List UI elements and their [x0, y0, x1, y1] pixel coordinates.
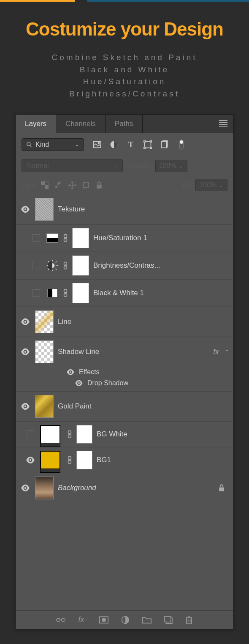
layer-brightness-contrast[interactable]: Brightness/Contras...	[16, 252, 233, 280]
headline: Costumize your Design	[0, 19, 249, 40]
fill-thumbnail[interactable]	[40, 451, 60, 469]
fx-icon[interactable]: fx˅	[78, 615, 86, 624]
visibility-toggle[interactable]	[20, 348, 31, 355]
svg-point-51	[30, 459, 31, 461]
layer-name[interactable]: Background	[58, 484, 96, 492]
svg-rect-14	[41, 181, 45, 185]
drop-shadow-label: Drop Shadow	[87, 379, 128, 387]
visibility-toggle[interactable]	[25, 430, 36, 438]
blend-mode-dropdown[interactable]: Normal ⌄	[22, 159, 123, 172]
layer-hue-saturation[interactable]: Hue/Saturation 1	[16, 225, 233, 252]
effects-label: Effects	[79, 368, 100, 376]
visibility-toggle[interactable]	[20, 318, 31, 325]
layer-name[interactable]: Teksture	[58, 205, 85, 214]
layer-teksture[interactable]: Teksture	[16, 195, 233, 225]
fx-indicator[interactable]: fx	[213, 348, 219, 356]
filter-smart-icon[interactable]	[160, 140, 169, 149]
lock-transparent-icon[interactable]	[41, 181, 49, 189]
lock-brush-icon[interactable]	[54, 181, 62, 189]
adjustment-icon[interactable]	[121, 616, 130, 624]
layer-thumbnail[interactable]	[35, 198, 54, 221]
link-icon[interactable]	[63, 261, 68, 270]
fill-input[interactable]: 100%⌄	[195, 179, 227, 191]
tab-channels[interactable]: Channels	[56, 115, 106, 133]
blend-mode-label: Normal	[27, 162, 49, 170]
link-icon[interactable]	[67, 430, 72, 438]
layer-name[interactable]: Shadow Line	[58, 348, 99, 356]
layer-mask[interactable]	[76, 451, 92, 469]
visibility-toggle[interactable]	[75, 380, 83, 386]
layer-thumbnail[interactable]	[35, 477, 54, 499]
layer-name[interactable]: Black & White 1	[93, 289, 144, 297]
filter-shape-icon[interactable]	[143, 140, 152, 149]
svg-line-35	[48, 269, 49, 270]
tab-layers[interactable]: Layers	[16, 115, 56, 133]
lock-label: Lock:	[22, 181, 38, 189]
layer-mask[interactable]	[72, 255, 89, 276]
new-layer-icon[interactable]	[164, 616, 173, 624]
svg-point-43	[24, 321, 26, 323]
layer-name[interactable]: Brightness/Contras...	[93, 261, 160, 270]
visibility-toggle[interactable]	[31, 262, 42, 269]
layer-line[interactable]: Line	[16, 307, 233, 337]
visibility-toggle[interactable]	[66, 369, 75, 375]
link-layers-icon[interactable]	[56, 617, 65, 623]
layer-mask[interactable]	[72, 283, 89, 303]
layer-background[interactable]: Background	[16, 473, 233, 503]
svg-point-24	[24, 208, 26, 210]
delete-icon[interactable]	[185, 616, 193, 624]
opacity-label: Opacity:	[128, 162, 153, 170]
subheadline: Combine Sketch and Paint Black and White…	[0, 52, 249, 100]
visibility-toggle[interactable]	[25, 457, 36, 463]
lock-all-icon[interactable]	[96, 181, 103, 189]
chevron-down-icon: ⌄	[113, 163, 117, 169]
layer-name[interactable]: BG White	[97, 430, 127, 438]
chevron-down-icon: ⌄	[75, 142, 79, 148]
filter-kind-label: Kind	[35, 141, 49, 148]
filter-type-icon[interactable]: T	[126, 140, 135, 149]
visibility-toggle[interactable]	[31, 234, 42, 242]
svg-rect-63	[165, 616, 171, 622]
link-icon[interactable]	[63, 234, 68, 242]
visibility-toggle[interactable]	[20, 485, 31, 491]
fill-thumbnail[interactable]	[40, 425, 60, 444]
layer-mask[interactable]	[72, 228, 89, 248]
link-icon[interactable]	[63, 289, 68, 297]
filter-pixel-icon[interactable]	[92, 140, 102, 149]
layer-bg-white[interactable]: BG White	[16, 422, 233, 447]
filter-adjustment-icon[interactable]	[109, 140, 119, 149]
opacity-input[interactable]: 100%⌄	[155, 160, 187, 172]
layer-black-white[interactable]: Black & White 1	[16, 280, 233, 307]
layer-thumbnail[interactable]	[35, 310, 54, 333]
lock-artboard-icon[interactable]	[82, 181, 90, 189]
link-icon[interactable]	[67, 456, 72, 464]
visibility-toggle[interactable]	[20, 403, 31, 410]
layer-shadow-line[interactable]: Shadow Line fx ⌃	[16, 337, 233, 367]
filter-row: Kind ⌄ T	[16, 133, 233, 156]
mask-icon[interactable]	[99, 616, 108, 624]
filter-kind-dropdown[interactable]: Kind ⌄	[22, 138, 84, 151]
layer-bg1[interactable]: BG1	[16, 447, 233, 473]
blend-mode-row: Normal ⌄ Opacity: 100%⌄	[16, 156, 233, 175]
layer-name[interactable]: BG1	[97, 456, 111, 464]
lock-move-icon[interactable]	[68, 181, 76, 189]
group-icon[interactable]	[142, 616, 152, 624]
layer-name[interactable]: Line	[58, 318, 71, 326]
layer-thumbnail[interactable]	[35, 340, 54, 363]
layer-name[interactable]: Gold Paint	[58, 402, 91, 411]
layer-mask[interactable]	[76, 425, 92, 444]
hue-adjustment-icon	[46, 233, 59, 244]
visibility-toggle[interactable]	[20, 206, 31, 213]
fx-drop-shadow-row[interactable]: Drop Shadow	[16, 378, 233, 392]
layer-thumbnail[interactable]	[35, 395, 54, 418]
collapse-icon[interactable]: ⌃	[225, 349, 229, 355]
layer-gold-paint[interactable]: Gold Paint	[16, 392, 233, 422]
layer-name[interactable]: Hue/Saturation 1	[93, 234, 147, 242]
fx-effects-row[interactable]: Effects	[16, 367, 233, 378]
tab-paths[interactable]: Paths	[106, 115, 143, 133]
svg-rect-23	[97, 184, 102, 188]
filter-toggle-icon[interactable]	[177, 140, 186, 149]
visibility-toggle[interactable]	[31, 289, 42, 297]
panel-menu-icon[interactable]	[219, 120, 227, 127]
lock-icon[interactable]	[218, 484, 225, 492]
